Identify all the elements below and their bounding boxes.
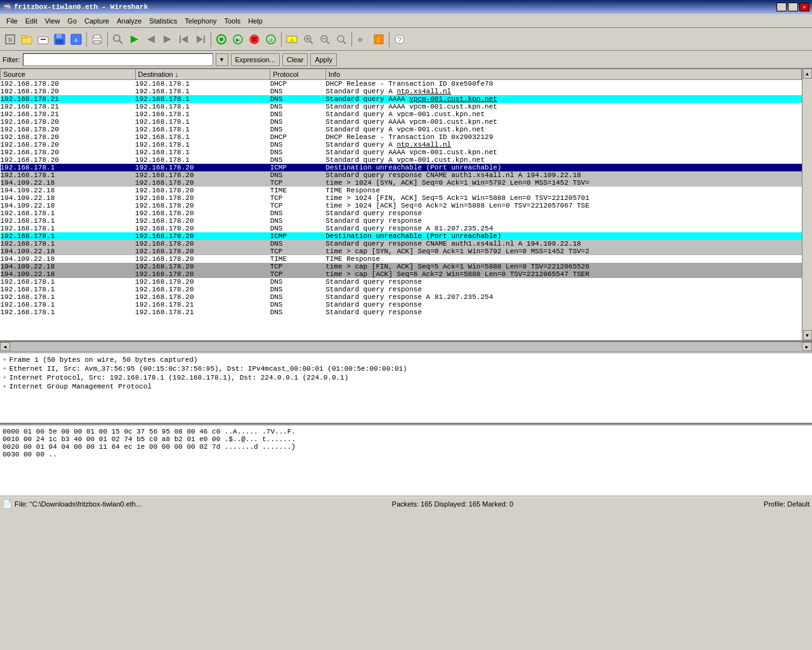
table-row[interactable]: 194.109.22.18192.168.178.20TCPtime > 102… xyxy=(1,179,802,187)
packet-table-scroll[interactable]: Source Destination ↓ Protocol Info 192.1… xyxy=(0,69,802,340)
expression-button[interactable]: Expression... xyxy=(231,53,280,66)
detail-row[interactable]: +Internet Group Management Protocol xyxy=(3,382,809,391)
minimize-button[interactable]: _ xyxy=(776,3,787,11)
table-row[interactable]: 192.168.178.20192.168.178.1DNSStandard q… xyxy=(1,88,802,95)
save-as-btn[interactable]: A xyxy=(69,32,84,47)
table-row[interactable]: 192.168.178.20192.168.178.1DHCPDHCP Rele… xyxy=(1,133,802,141)
menu-edit[interactable]: Edit xyxy=(22,16,41,26)
cell-protocol: DNS xyxy=(270,171,326,179)
table-row[interactable]: 194.109.22.18192.168.178.20TCPtime > 102… xyxy=(1,194,802,202)
menu-capture[interactable]: Capture xyxy=(81,16,113,26)
cell-protocol: DNS xyxy=(270,88,326,95)
table-row[interactable]: 194.109.22.18192.168.178.20TCPtime > 102… xyxy=(1,202,802,209)
new-capture-btn[interactable]: N xyxy=(3,32,18,47)
h-scroll-left[interactable]: ◀ xyxy=(0,342,10,351)
filter-input[interactable] xyxy=(23,53,213,66)
detail-row[interactable]: +Frame 1 (50 bytes on wire, 50 bytes cap… xyxy=(3,355,809,364)
stop-capture-btn[interactable] xyxy=(247,32,262,47)
cell-protocol: DNS xyxy=(270,141,326,149)
save-btn[interactable] xyxy=(52,32,67,47)
table-row[interactable]: 192.168.178.1192.168.178.21DNSStandard q… xyxy=(1,308,802,316)
table-row[interactable]: 194.109.22.18192.168.178.20TIMETIME Resp… xyxy=(1,187,802,194)
table-row[interactable]: 192.168.178.1192.168.178.20DNSStandard q… xyxy=(1,171,802,179)
menu-tools[interactable]: Tools xyxy=(221,16,245,26)
menu-help[interactable]: Help xyxy=(244,16,266,26)
restart-capture-btn[interactable]: ↺ xyxy=(263,32,278,47)
table-row[interactable]: 194.109.22.18192.168.178.20TCPtime > cap… xyxy=(1,270,802,278)
cell-info: Standard query AAAA vpcm-001.cust.kpn.ne… xyxy=(325,118,801,126)
close-file-btn[interactable] xyxy=(36,32,51,47)
cell-source: 192.168.178.21 xyxy=(1,103,136,110)
zoom-out-btn[interactable] xyxy=(317,32,332,47)
table-row[interactable]: 192.168.178.1192.168.178.20DNSStandard q… xyxy=(1,293,802,301)
h-scroll-right[interactable]: ▶ xyxy=(802,342,812,351)
col-source[interactable]: Source xyxy=(1,69,136,80)
col-info[interactable]: Info xyxy=(325,69,801,80)
zoom-in-btn[interactable] xyxy=(301,32,316,47)
table-row[interactable]: 192.168.178.1192.168.178.20ICMPDestinati… xyxy=(1,164,802,171)
table-row[interactable]: 192.168.178.1192.168.178.20DNSStandard q… xyxy=(1,209,802,217)
table-row[interactable]: 192.168.178.1192.168.178.20DNSStandard q… xyxy=(1,240,802,248)
menu-go[interactable]: Go xyxy=(63,16,81,26)
table-row[interactable]: 192.168.178.20192.168.178.1DHCPDHCP Rele… xyxy=(1,80,802,88)
table-row[interactable]: 192.168.178.1192.168.178.20DNSStandard q… xyxy=(1,278,802,286)
cell-source: 192.168.178.1 xyxy=(1,217,136,225)
col-destination[interactable]: Destination ↓ xyxy=(135,69,270,80)
goto-btn[interactable] xyxy=(127,32,142,47)
print-btn[interactable] xyxy=(89,32,105,47)
table-row[interactable]: 192.168.178.21192.168.178.1DNSStandard q… xyxy=(1,103,802,110)
table-row[interactable]: 192.168.178.1192.168.178.21DNSStandard q… xyxy=(1,301,802,308)
first-btn[interactable] xyxy=(176,32,192,47)
vertical-scrollbar[interactable]: ▲ ▼ xyxy=(802,69,812,340)
cell-protocol: TCP xyxy=(270,248,326,255)
detail-row[interactable]: +Internet Protocol, Src: 192.168.178.1 (… xyxy=(3,373,809,382)
cell-info: Standard query AAAA vpcm-001.cust.kpn.ne… xyxy=(325,103,801,110)
cell-destination: 192.168.178.21 xyxy=(135,308,270,316)
table-row[interactable]: 192.168.178.21192.168.178.1DNSStandard q… xyxy=(1,110,802,118)
clear-button[interactable]: Clear xyxy=(282,53,308,66)
table-row[interactable]: 192.168.178.1192.168.178.20DNSStandard q… xyxy=(1,217,802,225)
close-button[interactable]: ✕ xyxy=(799,3,809,11)
col-protocol[interactable]: Protocol xyxy=(270,69,326,80)
menu-view[interactable]: View xyxy=(41,16,64,26)
svg-text:A: A xyxy=(291,37,294,43)
filterbar: Filter: ▼ Expression... Clear Apply xyxy=(0,51,812,69)
menu-file[interactable]: File xyxy=(3,16,22,26)
table-row[interactable]: 194.109.22.18192.168.178.20TCPtime > cap… xyxy=(1,263,802,270)
capture-interfaces-btn[interactable] xyxy=(214,32,229,47)
colorize-btn[interactable]: A xyxy=(284,32,299,47)
table-row[interactable]: 192.168.178.20192.168.178.1DNSStandard q… xyxy=(1,126,802,133)
table-row[interactable]: 192.168.178.1192.168.178.20ICMPDestinati… xyxy=(1,232,802,240)
help-btn[interactable]: ? xyxy=(392,32,407,47)
table-row[interactable]: 194.109.22.18192.168.178.20TIMETIME Resp… xyxy=(1,255,802,263)
table-row[interactable]: 192.168.178.20192.168.178.1DNSStandard q… xyxy=(1,118,802,126)
table-row[interactable]: 192.168.178.20192.168.178.1DNSStandard q… xyxy=(1,156,802,164)
table-row[interactable]: 192.168.178.21192.168.178.1DNSStandard q… xyxy=(1,95,802,103)
zoom-reset-btn[interactable] xyxy=(334,32,349,47)
coloring-rules-btn[interactable]: C xyxy=(371,32,386,47)
open-btn[interactable] xyxy=(19,32,34,47)
menu-statistics[interactable]: Statistics xyxy=(145,16,181,26)
menu-analyze[interactable]: Analyze xyxy=(113,16,145,26)
filter-dropdown[interactable]: ▼ xyxy=(216,53,228,66)
table-row[interactable]: 192.168.178.1192.168.178.20DNSStandard q… xyxy=(1,286,802,293)
table-row[interactable]: 192.168.178.20192.168.178.1DNSStandard q… xyxy=(1,149,802,156)
table-row[interactable]: 192.168.178.20192.168.178.1DNSStandard q… xyxy=(1,141,802,149)
find-btn[interactable] xyxy=(110,32,126,47)
detail-row[interactable]: +Ethernet II, Src: Avm_37:56:95 (00:15:0… xyxy=(3,364,809,373)
h-scrollbar-packet[interactable]: ◀ ▶ xyxy=(0,342,812,352)
table-row[interactable]: 194.109.22.18192.168.178.20TCPtime > cap… xyxy=(1,248,802,255)
cell-destination: 192.168.178.20 xyxy=(135,278,270,286)
menu-telephony[interactable]: Telephony xyxy=(181,16,220,26)
cell-protocol: ICMP xyxy=(270,164,326,171)
prev-btn[interactable] xyxy=(143,32,159,47)
next-btn[interactable] xyxy=(160,32,175,47)
apply-button[interactable]: Apply xyxy=(310,53,337,66)
last-btn[interactable] xyxy=(193,32,208,47)
resolve-btn[interactable]: ⊕ xyxy=(355,32,370,47)
cell-info: Destination unreachable (Port unreachabl… xyxy=(325,164,801,171)
table-row[interactable]: 192.168.178.1192.168.178.20DNSStandard q… xyxy=(1,225,802,232)
cell-info: Standard query response A 81.207.235.254 xyxy=(325,293,801,301)
capture-options-btn[interactable]: ▶ xyxy=(230,32,246,47)
maximize-button[interactable]: □ xyxy=(788,3,798,11)
